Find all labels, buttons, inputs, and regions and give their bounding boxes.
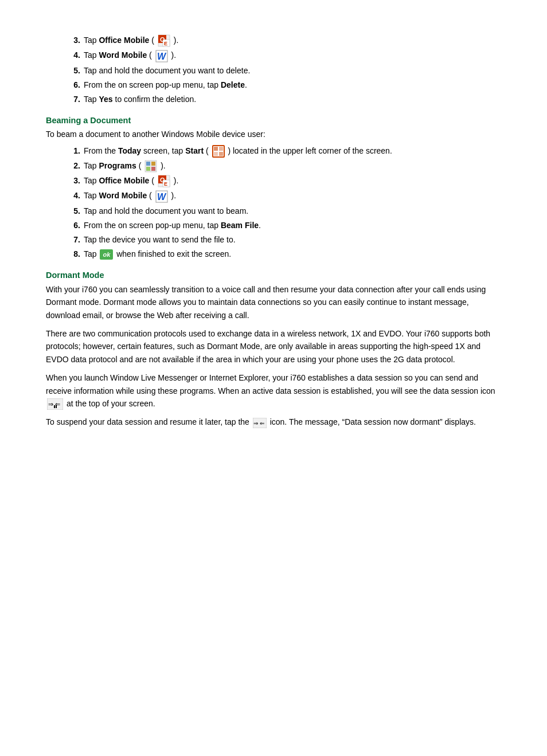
office-mobile-label: Office Mobile [99, 36, 149, 45]
word-mobile-icon2: W [155, 190, 168, 203]
list-item: 8. Tap ok when finished to exit the scre… [69, 248, 501, 260]
svg-rect-19 [146, 167, 150, 171]
beaming-steps-list: 1. From the Today screen, tap Start ( ) … [46, 145, 501, 260]
list-item: 2. Tap Programs ( ). [69, 160, 501, 173]
step-number: 5. [69, 65, 80, 77]
svg-rect-13 [219, 147, 223, 151]
step-number: 7. [69, 234, 80, 246]
svg-rect-15 [219, 152, 223, 156]
svg-rect-12 [214, 147, 218, 151]
dormant-section-title: Dormant Mode [46, 271, 501, 280]
office-mobile-icon: O E [158, 34, 170, 47]
step-content: Tap and hold the document you want to be… [84, 205, 501, 217]
svg-text:⇒: ⇒ [48, 401, 53, 408]
word-mobile-label: Word Mobile [99, 50, 147, 60]
step-content: From the on screen pop-up menu, tap Beam… [84, 220, 501, 232]
list-item: 5. Tap and hold the document you want to… [69, 205, 501, 217]
step-content: Tap Yes to confirm the deletion. [84, 93, 501, 105]
dormant-para-3: When you launch Window Live Messenger or… [46, 371, 501, 410]
step-number: 8. [69, 248, 80, 260]
svg-text:W: W [157, 52, 167, 61]
svg-text:W: W [157, 192, 167, 202]
list-item: 6. From the on screen pop-up menu, tap B… [69, 220, 501, 232]
today-label: Today [118, 146, 141, 155]
step-number: 7. [69, 93, 80, 105]
word-mobile-icon: W [155, 50, 168, 62]
delete-steps-list: 3. Tap Office Mobile ( O E ). 4. Tap Wor… [46, 34, 501, 105]
svg-text:⇐: ⇐ [260, 420, 264, 426]
list-item: 4. Tap Word Mobile ( W ). [69, 190, 501, 202]
svg-text:E: E [164, 41, 167, 46]
list-item: 4. Tap Word Mobile ( W ). [69, 49, 501, 62]
list-item: 3. Tap Office Mobile ( O E ). [69, 175, 501, 187]
step-number: 3. [69, 175, 80, 187]
page-wrapper: 3. Tap Office Mobile ( O E ). 4. Tap Wor… [46, 34, 501, 756]
svg-text:⇒: ⇒ [253, 420, 258, 426]
dormant-para-1: With your i760 you can seamlessly transi… [46, 283, 501, 322]
ok-button-icon: ok [100, 249, 113, 260]
word-mobile-label2: Word Mobile [99, 191, 147, 200]
list-item: 7. Tap Yes to confirm the deletion. [69, 93, 501, 105]
beam-file-label: Beam File [221, 221, 259, 230]
programs-label: Programs [99, 161, 136, 170]
office-mobile-label2: Office Mobile [99, 176, 149, 185]
step-number: 2. [69, 160, 80, 172]
step-content: Tap Office Mobile ( O E ). [84, 175, 501, 187]
start-icon [212, 145, 225, 158]
step-number: 5. [69, 205, 80, 217]
yes-label: Yes [99, 95, 112, 104]
svg-rect-31 [54, 405, 55, 408]
list-item: 1. From the Today screen, tap Start ( ) … [69, 145, 501, 158]
programs-icon [144, 160, 157, 173]
step-number: 1. [69, 145, 80, 157]
step-number: 6. [69, 79, 80, 91]
step-number: 6. [69, 220, 80, 232]
svg-rect-20 [151, 167, 155, 171]
svg-rect-18 [151, 162, 155, 166]
step-content: Tap Word Mobile ( W ). [84, 49, 501, 62]
svg-rect-14 [214, 152, 218, 156]
step-content: Tap Word Mobile ( W ). [84, 190, 501, 202]
step-content: Tap Programs ( ). [84, 160, 501, 173]
dormant-icon-inline: ⇒ ⇐ [253, 418, 267, 428]
beaming-intro: To beam a document to another Windows Mo… [46, 128, 501, 140]
list-item: 5. Tap and hold the document you want to… [69, 65, 501, 77]
dormant-para-2: There are two communication protocols us… [46, 327, 501, 366]
step-content: Tap the device you want to send the file… [84, 234, 501, 246]
svg-rect-32 [56, 405, 57, 408]
svg-rect-17 [146, 162, 150, 166]
step-number: 4. [69, 190, 80, 202]
step-number: 4. [69, 49, 80, 61]
step-content: Tap and hold the document you want to de… [84, 65, 501, 77]
list-item: 7. Tap the device you want to send the f… [69, 234, 501, 246]
step-content: From the Today screen, tap Start ( ) loc… [84, 145, 501, 158]
dormant-para-4: To suspend your data session and resume … [46, 416, 501, 428]
data-session-icon: ⇒ ⇐ [47, 398, 63, 410]
step-content: From the on screen pop-up menu, tap Dele… [84, 79, 501, 91]
svg-text:E: E [164, 181, 167, 187]
list-item: 3. Tap Office Mobile ( O E ). [69, 34, 501, 47]
delete-label: Delete [221, 80, 245, 89]
step-number: 3. [69, 34, 80, 46]
step-content: Tap ok when finished to exit the screen. [84, 248, 501, 260]
beaming-section-title: Beaming a Document [46, 116, 501, 125]
list-item: 6. From the on screen pop-up menu, tap D… [69, 79, 501, 91]
step-content: Tap Office Mobile ( O E ). [84, 34, 501, 47]
office-mobile-icon2: O E [158, 175, 170, 187]
start-label: Start [185, 146, 204, 155]
